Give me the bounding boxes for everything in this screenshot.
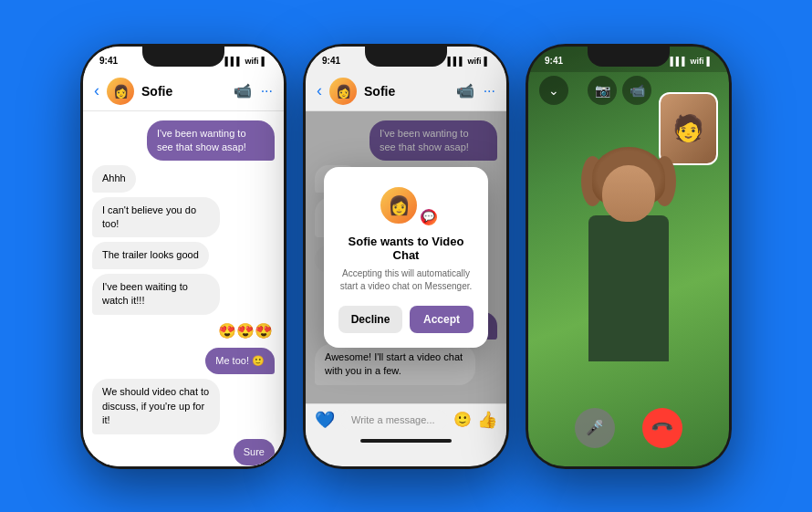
more-icon[interactable]: ··· bbox=[261, 83, 273, 99]
nav-bar-mid: ‹ 👩 Sofie 📹 ··· bbox=[306, 72, 506, 111]
contact-name-left: Sofie bbox=[141, 84, 226, 99]
modal-overlay: 👩 💬 Sofie wants to Video Chat Accepting … bbox=[306, 111, 506, 403]
notch-left bbox=[142, 47, 224, 67]
msg-recv-5: We should video chat to discuss, if you'… bbox=[92, 379, 220, 434]
decline-button[interactable]: Decline bbox=[338, 306, 402, 333]
contact-name-mid: Sofie bbox=[364, 84, 449, 99]
video-screen: 9:41 ▌▌▌ wifi ▌ ⌄ 📷 📹 bbox=[528, 47, 729, 466]
video-call-icon-mid[interactable]: 📹 bbox=[456, 82, 474, 99]
video-chat-modal: 👩 💬 Sofie wants to Video Chat Accepting … bbox=[324, 167, 488, 348]
messenger-badge: 💬 bbox=[419, 207, 439, 227]
notch-mid bbox=[365, 47, 447, 67]
modal-avatar: 👩 bbox=[379, 185, 419, 225]
notch-right bbox=[588, 47, 670, 67]
wifi-icon-mid: wifi bbox=[468, 57, 482, 66]
more-icon-mid[interactable]: ··· bbox=[484, 83, 495, 99]
contact-avatar-mid: 👩 bbox=[329, 78, 357, 105]
home-indicator-mid bbox=[360, 439, 452, 443]
back-button-mid[interactable]: ‹ bbox=[317, 81, 322, 100]
heart-icon-mid[interactable]: 💙 bbox=[315, 410, 335, 430]
main-video-person bbox=[528, 47, 729, 466]
msg-recv-2: I can't believe you do too! bbox=[92, 197, 220, 238]
msg-sent-2: Me too! 🙂 bbox=[205, 348, 275, 374]
wifi-icon: wifi bbox=[245, 57, 259, 66]
accept-button[interactable]: Accept bbox=[410, 306, 474, 333]
contact-avatar-left: 👩 bbox=[107, 78, 134, 105]
video-call-icon[interactable]: 📹 bbox=[234, 82, 252, 99]
phone-mid: 9:41 ▌▌▌ wifi ▌ ‹ 👩 Sofie 📹 ··· I've bbox=[303, 44, 509, 469]
emoji-icon-mid[interactable]: 🙂 bbox=[453, 411, 472, 428]
body-figure bbox=[588, 215, 669, 361]
status-time-left: 9:41 bbox=[99, 56, 118, 66]
modal-description: Accepting this will automatically start … bbox=[338, 267, 474, 293]
end-call-icon: 📞 bbox=[650, 415, 675, 441]
signal-icon: ▌▌▌ bbox=[224, 57, 242, 66]
status-icons-mid: ▌▌▌ wifi ▌ bbox=[447, 57, 490, 66]
chat-area-left: I've been wanting to see that show asap!… bbox=[83, 111, 284, 466]
chat-area-mid: I've been wanting to see that show asap!… bbox=[306, 111, 506, 403]
msg-recv-1: Ahhh bbox=[92, 165, 136, 192]
person-figure bbox=[556, 110, 702, 421]
nav-icons-mid: 📹 ··· bbox=[456, 82, 495, 99]
nav-icons-left: 📹 ··· bbox=[234, 82, 273, 99]
msg-sent-3: Sure bbox=[234, 439, 275, 465]
video-controls: 🎤 📞 bbox=[528, 408, 729, 448]
status-icons-left: ▌▌▌ wifi ▌ bbox=[224, 57, 267, 66]
end-call-button[interactable]: 📞 bbox=[642, 408, 682, 448]
like-icon-mid[interactable]: 👍 bbox=[477, 410, 497, 430]
phones-container: 9:41 ▌▌▌ wifi ▌ ‹ 👩 Sofie 📹 ··· I've bbox=[80, 44, 732, 469]
mic-icon: 🎤 bbox=[586, 419, 604, 436]
modal-avatars: 👩 💬 bbox=[379, 185, 433, 225]
status-time-mid: 9:41 bbox=[322, 56, 340, 66]
face-figure bbox=[602, 165, 655, 222]
msg-recv-3: The trailer looks good bbox=[92, 242, 209, 268]
signal-icon-mid: ▌▌▌ bbox=[447, 57, 464, 66]
battery-icon-mid: ▌ bbox=[484, 57, 490, 66]
back-button-left[interactable]: ‹ bbox=[94, 81, 99, 100]
msg-recv-4: I've been waiting to watch it!!! bbox=[92, 274, 220, 315]
input-bar-mid: 💙 Write a message... 🙂 👍 bbox=[306, 403, 506, 435]
mute-button[interactable]: 🎤 bbox=[575, 408, 615, 448]
battery-icon: ▌ bbox=[262, 57, 267, 66]
nav-bar-left: ‹ 👩 Sofie 📹 ··· bbox=[83, 72, 284, 111]
msg-sent-1: I've been wanting to see that show asap! bbox=[147, 120, 275, 162]
modal-title: Sofie wants to Video Chat bbox=[338, 235, 474, 262]
message-input-mid[interactable]: Write a message... bbox=[340, 410, 448, 430]
phone-right: 9:41 ▌▌▌ wifi ▌ ⌄ 📷 📹 bbox=[526, 44, 732, 469]
modal-buttons: Decline Accept bbox=[338, 306, 474, 333]
phone-left: 9:41 ▌▌▌ wifi ▌ ‹ 👩 Sofie 📹 ··· I've bbox=[80, 44, 286, 469]
msg-emoji-1: 😍😍😍 bbox=[216, 319, 275, 343]
